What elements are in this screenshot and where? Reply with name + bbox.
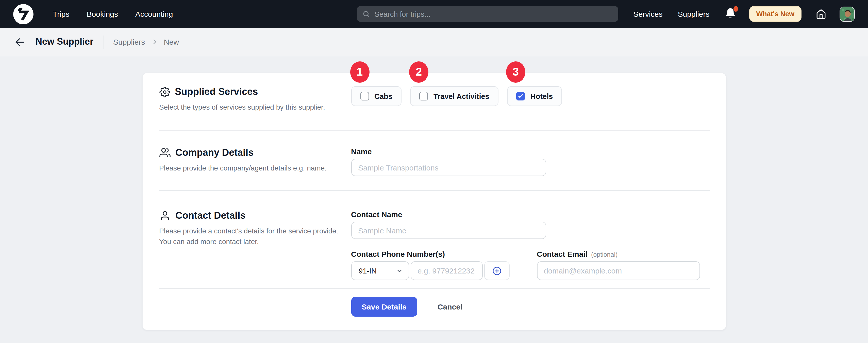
header-divider [103,35,104,49]
annotation-badge-1: 1 [350,61,369,83]
phone-email-row: Contact Phone Number(s) 91-IN [351,250,709,280]
contact-email-label-text: Contact Email [537,250,588,258]
nav-link-accounting[interactable]: Accounting [135,10,173,18]
phone-field-group: Contact Phone Number(s) 91-IN [351,250,509,280]
nav-link-suppliers[interactable]: Suppliers [678,10,709,18]
breadcrumb-chevron-icon [151,38,158,45]
company-details-heading: Company Details [175,147,253,159]
supplied-services-title-row: Supplied Services [159,86,346,97]
travel-activities-checkbox[interactable] [419,92,428,100]
company-name-input[interactable] [351,159,546,176]
breadcrumb-new: New [164,37,179,46]
notifications-button[interactable] [725,7,736,21]
contact-name-input[interactable] [351,222,546,239]
hotels-label: Hotels [530,92,553,100]
phone-label: Contact Phone Number(s) [351,250,509,258]
name-label: Name [351,147,709,156]
form-actions: Save Details Cancel [159,289,709,330]
top-navbar: Trips Bookings Accounting Services Suppl… [0,0,868,28]
service-options: 1 Cabs 2 Travel Activities 3 [351,86,709,106]
phone-inputs: 91-IN [351,261,509,280]
phone-number-input[interactable] [410,261,483,280]
service-option-hotels[interactable]: 3 Hotels [507,86,562,106]
form-actions-inner: Save Details Cancel [351,297,462,317]
service-option-travel-activities[interactable]: 2 Travel Activities [410,86,498,106]
nav-link-trips[interactable]: Trips [53,10,69,18]
nav-links: Trips Bookings Accounting [53,10,173,18]
cabs-checkbox[interactable] [360,92,369,100]
user-icon [159,210,170,221]
app-root: Trips Bookings Accounting Services Suppl… [0,0,868,343]
email-field-group: Contact Email (optional) [537,250,700,280]
annotation-badge-2: 2 [409,61,428,83]
page-title: New Supplier [35,36,93,47]
notification-dot [734,6,738,11]
section-supplied-services: Supplied Services Select the types of se… [159,73,709,131]
cancel-button[interactable]: Cancel [438,303,462,311]
home-button[interactable] [816,9,826,19]
check-icon [518,93,523,99]
back-button[interactable] [14,36,25,48]
contact-name-label: Contact Name [351,210,709,219]
navbar-right: Services Suppliers What's New [633,6,855,22]
travel-activities-label: Travel Activities [433,92,489,100]
company-details-subtitle: Please provide the company/agent details… [159,163,346,174]
hotels-checkbox[interactable] [516,92,525,100]
company-details-info: Company Details Please provide the compa… [159,147,351,174]
breadcrumb: Suppliers New [113,37,179,46]
main-content: Supplied Services Select the types of se… [0,56,868,331]
back-arrow-icon [14,36,25,48]
contact-details-subtitle: Please provide a contact's details for t… [159,226,346,247]
avatar-photo [840,7,855,22]
optional-tag: (optional) [591,251,618,258]
plus-circle-icon [492,266,502,276]
service-option-cabs[interactable]: 1 Cabs [351,86,402,106]
supplied-services-heading: Supplied Services [175,86,258,97]
country-code-value: 91-IN [359,267,377,275]
contact-details-info: Contact Details Please provide a contact… [159,210,351,247]
cabs-label: Cabs [374,92,392,100]
brand-7-icon [13,4,33,24]
nav-link-bookings[interactable]: Bookings [87,10,118,18]
section-company-details: Company Details Please provide the compa… [159,131,709,190]
chevron-down-icon [396,268,403,275]
trip-search[interactable] [356,6,618,22]
users-icon [159,147,170,159]
search-input[interactable] [374,10,613,18]
search-icon [362,10,370,18]
breadcrumb-suppliers[interactable]: Suppliers [113,37,145,46]
contact-details-title-row: Contact Details [159,210,346,221]
company-details-title-row: Company Details [159,147,346,159]
contact-details-heading: Contact Details [175,210,246,221]
page-header: New Supplier Suppliers New [0,28,868,56]
section-contact-details: Contact Details Please provide a contact… [159,191,709,288]
whats-new-button[interactable]: What's New [749,6,802,22]
contact-email-label: Contact Email (optional) [537,250,700,258]
contact-email-input[interactable] [537,261,700,280]
contact-details-fields: Contact Name Contact Phone Number(s) 91-… [351,210,709,280]
supplied-services-info: Supplied Services Select the types of se… [159,86,351,113]
add-phone-button[interactable] [484,261,509,280]
nav-link-services[interactable]: Services [633,10,662,18]
country-code-select[interactable]: 91-IN [351,261,409,280]
annotation-badge-3: 3 [506,61,525,83]
user-avatar[interactable] [840,6,855,22]
brand-logo[interactable] [13,4,33,24]
gear-icon [159,87,170,97]
supplied-services-subtitle: Select the types of services supplied by… [159,102,346,113]
save-button[interactable]: Save Details [351,297,417,317]
company-details-fields: Name [351,147,709,176]
new-supplier-form-card: Supplied Services Select the types of se… [142,72,726,331]
home-icon [816,9,826,19]
